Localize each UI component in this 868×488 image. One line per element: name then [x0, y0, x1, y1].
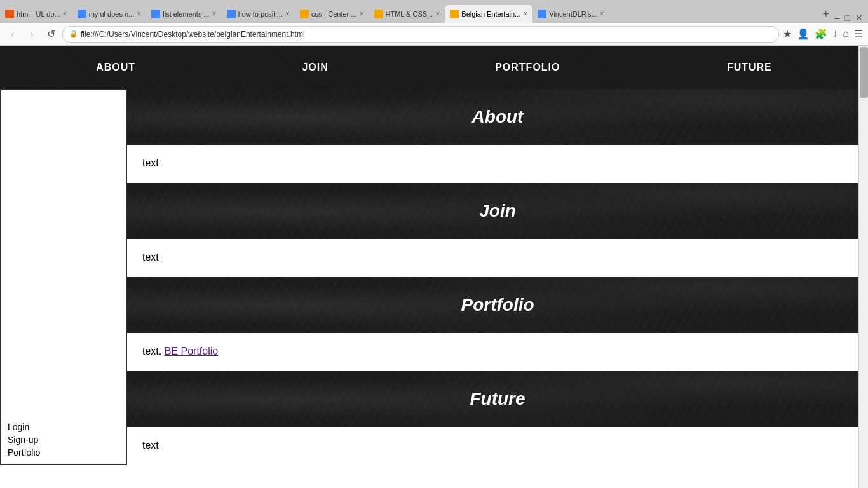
- extension-icon[interactable]: 🧩: [815, 28, 827, 40]
- tab-favicon: [78, 10, 86, 18]
- section-header-about: About: [127, 89, 868, 145]
- page-layout: LoginSign-upPortfolio AbouttextJointextP…: [0, 89, 868, 465]
- sidebar-link-signup[interactable]: Sign-up: [8, 435, 119, 445]
- scrollbar[interactable]: [858, 46, 868, 488]
- restore-button[interactable]: □: [845, 13, 850, 23]
- nav-item-portfolio[interactable]: PORTFOLIO: [495, 62, 560, 73]
- toolbar-icons: ★ 👤 🧩 ↓ ⌂ ☰: [783, 28, 863, 40]
- tab-close-button[interactable]: ×: [360, 10, 364, 18]
- bookmark-star-icon[interactable]: ★: [783, 28, 792, 40]
- nav-item-about[interactable]: ABOUT: [96, 62, 135, 73]
- nav-item-join[interactable]: JOIN: [302, 62, 328, 73]
- sidebar-links: LoginSign-upPortfolio: [1, 416, 126, 464]
- section-body-join: text: [127, 239, 868, 277]
- tab-label: HTML & CSS...: [386, 10, 433, 18]
- profile-icon[interactable]: 👤: [797, 28, 810, 40]
- menu-icon[interactable]: ☰: [854, 28, 863, 40]
- browser-tab-tab8[interactable]: VincentDLR's...×: [532, 5, 609, 23]
- portfolio-link[interactable]: BE Portfolio: [165, 346, 218, 356]
- tab-label: css - Center ...: [311, 10, 357, 18]
- browser-tab-tab1[interactable]: html - UL do...×: [0, 5, 72, 23]
- tab-favicon: [227, 10, 236, 18]
- browser-tab-tab5[interactable]: css - Center ...×: [295, 5, 369, 23]
- lock-icon: 🔒: [69, 30, 78, 38]
- nav-item-future[interactable]: FUTURE: [727, 62, 772, 73]
- browser-tab-tab3[interactable]: list elements ...×: [146, 5, 221, 23]
- section-header-portfolio: Portfolio: [127, 277, 868, 333]
- section-body-future: text: [127, 427, 868, 465]
- tab-close-button[interactable]: ×: [523, 10, 527, 18]
- section-header-join: Join: [127, 183, 868, 239]
- browser-tab-tab7[interactable]: Belgian Entertain...×: [445, 5, 532, 23]
- tab-label: Belgian Entertain...: [461, 10, 520, 18]
- section-body-about: text: [127, 145, 868, 183]
- sidebar-link-portfolio[interactable]: Portfolio: [8, 447, 119, 458]
- tab-label: VincentDLR's...: [549, 10, 597, 18]
- website-content: ABOUTJOINPORTFOLIOFUTURE LoginSign-upPor…: [0, 46, 868, 465]
- browser-tab-tab4[interactable]: how to positi...×: [222, 5, 295, 23]
- new-tab-button[interactable]: +: [817, 5, 835, 23]
- tab-close-button[interactable]: ×: [137, 10, 141, 18]
- tab-favicon: [374, 10, 383, 18]
- section-body-portfolio: text. BE Portfolio: [127, 333, 868, 371]
- forward-button[interactable]: ›: [24, 27, 39, 42]
- download-icon[interactable]: ↓: [832, 28, 837, 40]
- section-header-future: Future: [127, 371, 868, 427]
- close-button[interactable]: ✕: [855, 13, 863, 23]
- tab-close-button[interactable]: ×: [285, 10, 290, 18]
- main-nav: ABOUTJOINPORTFOLIOFUTURE: [0, 46, 868, 89]
- url-text: file:///C:/Users/Vincent/Desktop/website…: [81, 30, 305, 39]
- window-controls: – □ ✕: [835, 13, 868, 23]
- tab-close-button[interactable]: ×: [63, 10, 67, 18]
- browser-tab-tab6[interactable]: HTML & CSS...×: [369, 5, 445, 23]
- tab-label: my ul does n...: [89, 10, 135, 18]
- address-bar: ‹ › ↺ 🔒 file:///C:/Users/Vincent/Desktop…: [0, 23, 868, 46]
- tab-favicon: [151, 10, 160, 18]
- tab-favicon: [5, 10, 14, 18]
- browser-chrome: html - UL do...×my ul does n...×list ele…: [0, 0, 868, 46]
- sidebar: LoginSign-upPortfolio: [0, 89, 127, 465]
- url-bar[interactable]: 🔒 file:///C:/Users/Vincent/Desktop/websi…: [62, 26, 779, 43]
- tab-bar: html - UL do...×my ul does n...×list ele…: [0, 0, 868, 23]
- tab-label: list elements ...: [163, 10, 209, 18]
- main-content: AbouttextJointextPortfoliotext. BE Portf…: [127, 89, 868, 465]
- tab-label: how to positi...: [238, 10, 283, 18]
- home-icon[interactable]: ⌂: [843, 28, 849, 40]
- tab-label: html - UL do...: [17, 10, 60, 18]
- browser-tab-tab2[interactable]: my ul does n...×: [72, 5, 147, 23]
- scrollbar-thumb[interactable]: [860, 47, 868, 98]
- tab-favicon: [450, 10, 459, 18]
- sidebar-link-login[interactable]: Login: [8, 422, 119, 432]
- reload-button[interactable]: ↺: [43, 27, 58, 42]
- tab-favicon: [538, 10, 546, 18]
- tab-close-button[interactable]: ×: [600, 10, 604, 18]
- tab-close-button[interactable]: ×: [435, 10, 440, 18]
- tab-close-button[interactable]: ×: [212, 10, 217, 18]
- minimize-button[interactable]: –: [835, 13, 840, 23]
- back-button[interactable]: ‹: [5, 27, 20, 42]
- tab-favicon: [300, 10, 309, 18]
